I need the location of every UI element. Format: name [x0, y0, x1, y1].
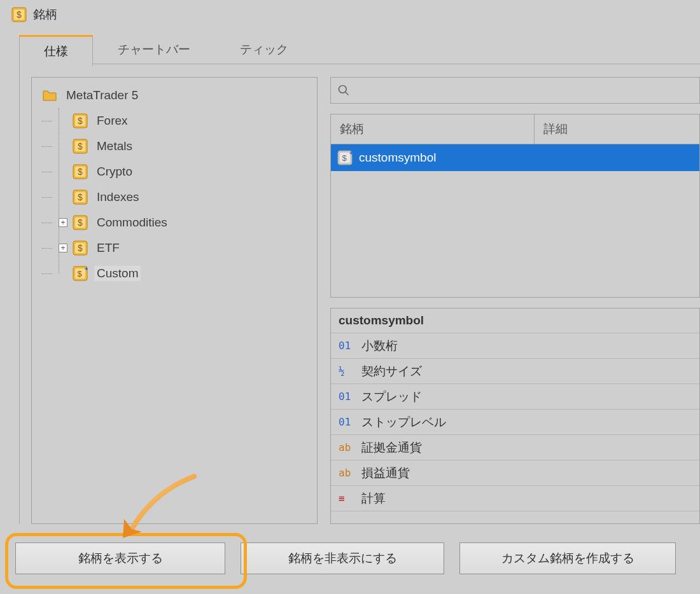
search-input[interactable] [330, 77, 700, 104]
tab-spec[interactable]: 仕様 [19, 35, 93, 66]
prop-row[interactable]: 01スプレッド [331, 384, 699, 410]
window-title: 銘柄 [33, 6, 57, 23]
svg-text:$: $ [78, 116, 83, 126]
list-item-label: customsymbol [359, 151, 436, 165]
svg-text:+: + [349, 150, 353, 156]
button-row: 銘柄を表示する 銘柄を非表示にする カスタム銘柄を作成する [9, 535, 700, 581]
prop-row[interactable]: ½契約サイズ [331, 359, 699, 384]
svg-text:$: $ [17, 10, 22, 20]
property-panel: customsymbol 01小数桁 ½契約サイズ 01スプレッド 01ストップ… [330, 308, 700, 524]
dollar-plus-icon: $+ [337, 150, 353, 165]
svg-text:$: $ [342, 153, 347, 163]
search-icon [337, 84, 350, 97]
tree-item-crypto[interactable]: $ Crypto [52, 159, 313, 184]
svg-point-25 [339, 86, 347, 93]
prop-row[interactable]: ab損益通貨 [331, 460, 699, 486]
search-field[interactable] [356, 84, 693, 97]
svg-text:$: $ [77, 269, 82, 279]
svg-text:$: $ [78, 243, 83, 253]
property-title: customsymbol [331, 308, 699, 333]
list-item[interactable]: $+ customsymbol [331, 144, 699, 171]
tree-item-custom[interactable]: $+ Custom [52, 261, 313, 286]
svg-text:$: $ [78, 167, 83, 177]
prop-row[interactable]: 01ストップレベル [331, 410, 699, 435]
tab-bar: 仕様 チャートバー ティック [19, 34, 700, 66]
dollar-icon: $ [73, 215, 88, 230]
folder-icon [42, 88, 57, 103]
show-symbol-button[interactable]: 銘柄を表示する [15, 542, 225, 574]
list-header: 銘柄 詳細 [331, 114, 699, 144]
dollar-icon: $ [73, 113, 88, 128]
symbol-list: 銘柄 詳細 $+ customsymbol [330, 114, 700, 298]
tree-item-forex[interactable]: $ Forex [52, 108, 313, 134]
svg-text:$: $ [78, 218, 83, 228]
tree-item-indexes[interactable]: $ Indexes [52, 184, 313, 210]
tree-item-metals[interactable]: $ Metals [52, 134, 313, 159]
titlebar: $ 銘柄 [0, 0, 700, 29]
dollar-icon: $ [73, 190, 88, 205]
prop-row[interactable]: 01小数桁 [331, 333, 699, 359]
dollar-icon: $ [73, 164, 88, 179]
tree-item-etf[interactable]: + $ ETF [52, 235, 313, 261]
prop-row[interactable]: ab証拠金通貨 [331, 435, 699, 460]
expand-icon[interactable]: + [59, 244, 67, 252]
expand-icon[interactable]: + [59, 218, 67, 227]
tree-root-label: MetaTrader 5 [64, 88, 141, 103]
col-detail[interactable]: 詳細 [535, 114, 699, 144]
svg-text:$: $ [78, 192, 83, 202]
hide-symbol-button[interactable]: 銘柄を非表示にする [241, 542, 444, 574]
svg-text:$: $ [78, 141, 83, 151]
dollar-icon: $ [11, 7, 27, 22]
tab-chartbar[interactable]: チャートバー [93, 34, 215, 66]
svg-line-26 [346, 92, 349, 95]
col-symbol[interactable]: 銘柄 [331, 114, 535, 144]
dollar-icon: $ [73, 139, 88, 154]
dollar-icon: $ [73, 240, 88, 256]
tree-root[interactable]: MetaTrader 5 [36, 83, 313, 108]
create-custom-symbol-button[interactable]: カスタム銘柄を作成する [459, 542, 676, 574]
tab-tick[interactable]: ティック [215, 34, 313, 66]
prop-row[interactable]: ≡計算 [331, 486, 699, 511]
symbol-tree[interactable]: MetaTrader 5 $ Forex $ Metals [31, 77, 318, 524]
tree-item-commodities[interactable]: + $ Commodities [52, 210, 313, 235]
dollar-plus-icon: $+ [73, 266, 88, 281]
svg-text:+: + [85, 266, 88, 272]
